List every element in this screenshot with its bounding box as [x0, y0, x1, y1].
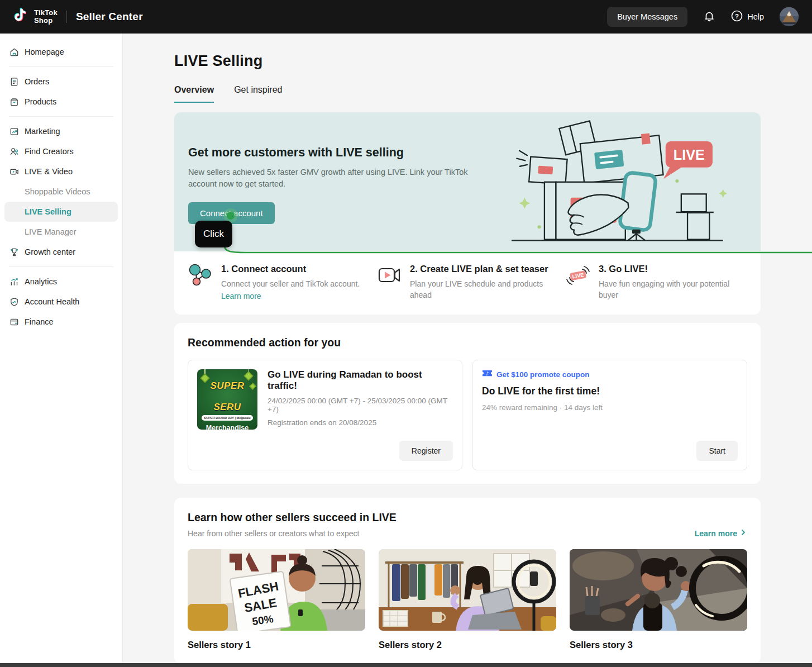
sidebar-item-finance[interactable]: Finance: [0, 312, 122, 332]
seller-story-image-1: FLASH SALE 50%: [188, 549, 365, 631]
hero-banner: Get more customers with LIVE selling New…: [174, 112, 761, 251]
ramadan-event-card: SUPER SERU SUPER BRAND DAY | Megasale Me…: [188, 360, 462, 470]
coupon-ticket-icon: ♪: [482, 369, 493, 380]
sidebar-item-live-video[interactable]: LIVE & Video: [0, 161, 122, 182]
page-title: LIVE Selling: [174, 53, 761, 70]
connect-account-button[interactable]: Connect account: [188, 202, 275, 224]
seller-center-title: Seller Center: [76, 11, 143, 23]
connect-nodes-icon: [188, 263, 213, 288]
learn-heading: Learn how other sellers succeed in LIVE: [188, 511, 397, 524]
brand-wordmark: TikTok Shop: [34, 9, 58, 25]
sidebar-item-orders[interactable]: Orders: [0, 72, 122, 92]
coupon-label[interactable]: Get $100 promote coupon: [496, 370, 590, 379]
seller-story-label-2: Sellers story 2: [379, 640, 556, 650]
hero-subtitle: New sellers achieved 5x faster GMV growt…: [188, 166, 490, 190]
tab-overview[interactable]: Overview: [174, 85, 214, 103]
sidebar-item-live-manager[interactable]: LIVE Manager: [0, 222, 122, 242]
step-go-live: LIVE 3. Go LIVE! Have fun engaging with …: [565, 263, 747, 301]
learn-panel: Learn how other sellers succeed in LIVE …: [174, 498, 761, 664]
svg-text:♪: ♪: [486, 370, 489, 377]
recommended-heading: Recommended action for you: [188, 336, 747, 349]
live-video-icon: [9, 167, 19, 177]
analytics-icon: [9, 277, 19, 287]
sidebar-item-products[interactable]: Products: [0, 92, 122, 112]
help-icon: ?: [731, 10, 743, 23]
svg-text:?: ?: [735, 13, 739, 20]
event-dates: 24/02/2025 00:00 (GMT +7) - 25/03/2025 0…: [268, 397, 453, 413]
sidebar-divider: [9, 66, 113, 67]
tab-bar: Overview Get inspired: [174, 85, 761, 103]
live-bubble-text: LIVE: [674, 147, 705, 163]
learn-subheading: Hear from other sellers or creators what…: [188, 529, 397, 538]
hero-title: Get more customers with LIVE selling: [188, 146, 490, 160]
marketing-icon: [9, 127, 19, 136]
main-content: LIVE Selling Overview Get inspired Get m…: [123, 34, 812, 667]
sidebar-item-account-health[interactable]: Account Health: [0, 292, 122, 312]
finance-icon: [9, 317, 19, 327]
sidebar-item-shoppable-videos[interactable]: Shoppable Videos: [0, 182, 122, 202]
sidebar-item-find-creators[interactable]: Find Creators: [0, 141, 122, 161]
products-icon: [9, 97, 19, 107]
tiktok-shop-logo[interactable]: TikTok Shop: [13, 7, 58, 26]
sidebar: Homepage Orders Products Marketing Find …: [0, 34, 123, 663]
seller-story-card-3[interactable]: Sellers story 3: [570, 549, 747, 650]
live-badge-icon: LIVE: [565, 263, 591, 288]
avatar[interactable]: [780, 7, 799, 26]
sidebar-item-live-selling[interactable]: LIVE Selling: [4, 202, 118, 222]
seller-story-card-2[interactable]: Sellers story 2: [379, 549, 556, 650]
seller-story-card-1[interactable]: FLASH SALE 50% Sellers story 1: [188, 549, 365, 650]
sidebar-item-homepage[interactable]: Homepage: [0, 42, 122, 62]
sidebar-item-marketing[interactable]: Marketing: [0, 121, 122, 141]
first-live-title: Do LIVE for the first time!: [482, 385, 738, 397]
register-button[interactable]: Register: [399, 441, 453, 461]
growth-center-icon: [9, 247, 19, 257]
recommended-panel: Recommended action for you SUPER SERU SU…: [174, 323, 761, 484]
learn-more-link[interactable]: Learn more: [695, 528, 747, 538]
sidebar-item-growth-center[interactable]: Growth center: [0, 242, 122, 262]
tab-get-inspired[interactable]: Get inspired: [234, 85, 282, 103]
first-live-meta: 24% reward remaining · 14 days left: [482, 403, 738, 412]
home-icon: [9, 47, 19, 57]
chevron-right-icon: [739, 528, 747, 538]
steps-row: 1. Connect account Connect your seller a…: [174, 251, 761, 315]
seller-story-label-1: Sellers story 1: [188, 640, 365, 650]
step-connect-account: 1. Connect account Connect your seller a…: [188, 263, 370, 301]
start-button[interactable]: Start: [696, 441, 738, 461]
live-selling-illustration: LIVE: [504, 115, 744, 248]
header-divider: [66, 11, 67, 23]
bottom-bar: [0, 663, 812, 667]
sidebar-divider: [9, 116, 113, 117]
event-registration-deadline: Registration ends on 20/08/2025: [268, 418, 453, 427]
bell-icon: [703, 10, 715, 24]
seller-story-label-3: Sellers story 3: [570, 640, 747, 650]
event-thumbnail: SUPER SERU SUPER BRAND DAY | Megasale Me…: [197, 369, 257, 430]
seller-story-image-2: [379, 549, 556, 631]
help-button[interactable]: ? Help: [731, 10, 764, 23]
sidebar-item-analytics[interactable]: Analytics: [0, 271, 122, 292]
hero-card: Get more customers with LIVE selling New…: [174, 112, 761, 315]
sidebar-divider: [9, 266, 113, 267]
notifications-button[interactable]: [703, 10, 715, 24]
top-header: TikTok Shop Seller Center Buyer Messages…: [0, 0, 812, 34]
find-creators-icon: [9, 147, 19, 156]
orders-icon: [9, 77, 19, 87]
buyer-messages-button[interactable]: Buyer Messages: [607, 7, 687, 27]
tiktok-note-icon: [13, 7, 28, 26]
learn-more-link[interactable]: Learn more: [221, 292, 261, 301]
step-create-live-plan: 2. Create LIVE plan & set teaser Plan yo…: [376, 263, 558, 301]
video-camera-icon: [376, 263, 402, 288]
event-title: Go LIVE during Ramadan to boost traffic!: [268, 369, 453, 392]
account-health-icon: [9, 297, 19, 307]
seller-story-image-3: [570, 549, 747, 631]
first-live-card: ♪ Get $100 promote coupon Do LIVE for th…: [472, 360, 747, 470]
